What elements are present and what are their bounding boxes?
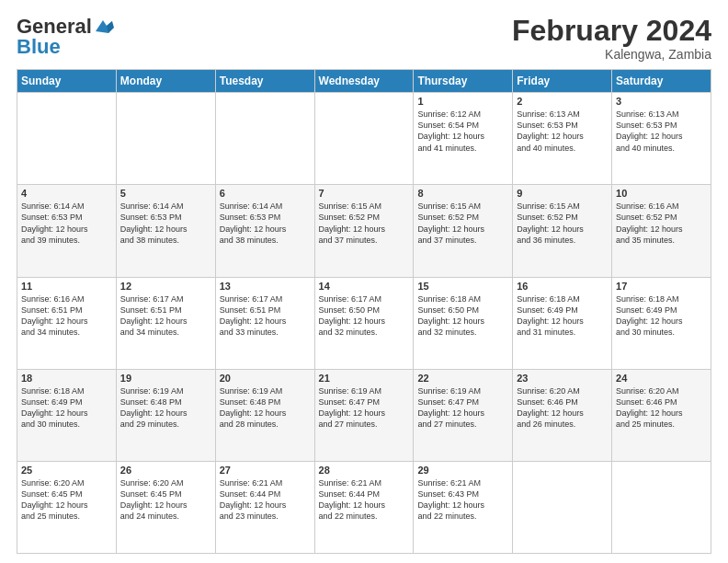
day-info: Sunrise: 6:14 AM Sunset: 6:53 PM Dayligh… bbox=[21, 201, 112, 246]
day-info: Sunrise: 6:20 AM Sunset: 6:45 PM Dayligh… bbox=[120, 477, 211, 523]
logo-blue: Blue bbox=[17, 35, 61, 59]
day-info: Sunrise: 6:20 AM Sunset: 6:46 PM Dayligh… bbox=[517, 385, 608, 431]
col-friday: Friday bbox=[513, 70, 612, 93]
day-info: Sunrise: 6:16 AM Sunset: 6:52 PM Dayligh… bbox=[616, 201, 707, 246]
table-row: 20Sunrise: 6:19 AM Sunset: 6:48 PM Dayli… bbox=[215, 369, 314, 461]
table-row: 4Sunrise: 6:14 AM Sunset: 6:53 PM Daylig… bbox=[17, 185, 117, 277]
day-info: Sunrise: 6:19 AM Sunset: 6:47 PM Dayligh… bbox=[417, 385, 508, 431]
table-row: 22Sunrise: 6:19 AM Sunset: 6:47 PM Dayli… bbox=[414, 369, 513, 461]
calendar-week-row: 4Sunrise: 6:14 AM Sunset: 6:53 PM Daylig… bbox=[17, 185, 711, 277]
table-row: 6Sunrise: 6:14 AM Sunset: 6:53 PM Daylig… bbox=[215, 185, 314, 277]
day-info: Sunrise: 6:15 AM Sunset: 6:52 PM Dayligh… bbox=[517, 201, 608, 246]
calendar-table: Sunday Monday Tuesday Wednesday Thursday… bbox=[17, 69, 711, 554]
day-number: 15 bbox=[417, 281, 508, 292]
table-row: 24Sunrise: 6:20 AM Sunset: 6:46 PM Dayli… bbox=[612, 369, 711, 461]
day-number: 17 bbox=[616, 281, 707, 292]
table-row: 21Sunrise: 6:19 AM Sunset: 6:47 PM Dayli… bbox=[314, 369, 414, 461]
day-info: Sunrise: 6:21 AM Sunset: 6:43 PM Dayligh… bbox=[417, 477, 508, 523]
day-number: 3 bbox=[616, 96, 707, 107]
table-row bbox=[612, 461, 711, 553]
day-info: Sunrise: 6:19 AM Sunset: 6:47 PM Dayligh… bbox=[319, 385, 410, 431]
day-number: 10 bbox=[616, 188, 707, 199]
day-number: 20 bbox=[220, 373, 311, 384]
day-info: Sunrise: 6:19 AM Sunset: 6:48 PM Dayligh… bbox=[120, 385, 211, 431]
day-number: 21 bbox=[319, 373, 410, 384]
day-info: Sunrise: 6:12 AM Sunset: 6:54 PM Dayligh… bbox=[417, 109, 508, 154]
day-info: Sunrise: 6:18 AM Sunset: 6:49 PM Dayligh… bbox=[21, 385, 112, 431]
table-row: 10Sunrise: 6:16 AM Sunset: 6:52 PM Dayli… bbox=[612, 185, 711, 277]
day-number: 16 bbox=[517, 281, 608, 292]
day-number: 7 bbox=[319, 188, 410, 199]
day-info: Sunrise: 6:21 AM Sunset: 6:44 PM Dayligh… bbox=[220, 477, 311, 523]
day-number: 1 bbox=[417, 96, 508, 107]
table-row: 29Sunrise: 6:21 AM Sunset: 6:43 PM Dayli… bbox=[414, 461, 513, 553]
table-row bbox=[17, 93, 117, 185]
day-number: 6 bbox=[220, 188, 311, 199]
table-row bbox=[215, 93, 314, 185]
table-row: 5Sunrise: 6:14 AM Sunset: 6:53 PM Daylig… bbox=[116, 185, 215, 277]
day-info: Sunrise: 6:18 AM Sunset: 6:50 PM Dayligh… bbox=[417, 293, 508, 339]
table-row: 23Sunrise: 6:20 AM Sunset: 6:46 PM Dayli… bbox=[513, 369, 612, 461]
day-info: Sunrise: 6:14 AM Sunset: 6:53 PM Dayligh… bbox=[120, 201, 211, 246]
calendar-week-row: 1Sunrise: 6:12 AM Sunset: 6:54 PM Daylig… bbox=[17, 93, 711, 185]
col-saturday: Saturday bbox=[612, 70, 711, 93]
table-row: 7Sunrise: 6:15 AM Sunset: 6:52 PM Daylig… bbox=[314, 185, 414, 277]
day-number: 27 bbox=[220, 465, 311, 476]
table-row: 2Sunrise: 6:13 AM Sunset: 6:53 PM Daylig… bbox=[513, 93, 612, 185]
table-row: 3Sunrise: 6:13 AM Sunset: 6:53 PM Daylig… bbox=[612, 93, 711, 185]
col-monday: Monday bbox=[116, 70, 215, 93]
day-info: Sunrise: 6:18 AM Sunset: 6:49 PM Dayligh… bbox=[517, 293, 608, 339]
table-row: 27Sunrise: 6:21 AM Sunset: 6:44 PM Dayli… bbox=[215, 461, 314, 553]
table-row: 18Sunrise: 6:18 AM Sunset: 6:49 PM Dayli… bbox=[17, 369, 117, 461]
day-info: Sunrise: 6:20 AM Sunset: 6:45 PM Dayligh… bbox=[21, 477, 112, 523]
calendar-week-row: 11Sunrise: 6:16 AM Sunset: 6:51 PM Dayli… bbox=[17, 277, 711, 369]
table-row: 9Sunrise: 6:15 AM Sunset: 6:52 PM Daylig… bbox=[513, 185, 612, 277]
day-info: Sunrise: 6:21 AM Sunset: 6:44 PM Dayligh… bbox=[319, 477, 410, 523]
day-number: 22 bbox=[417, 373, 508, 384]
day-number: 2 bbox=[517, 96, 608, 107]
day-number: 26 bbox=[120, 465, 211, 476]
day-info: Sunrise: 6:18 AM Sunset: 6:49 PM Dayligh… bbox=[616, 293, 707, 339]
day-info: Sunrise: 6:15 AM Sunset: 6:52 PM Dayligh… bbox=[417, 201, 508, 246]
day-info: Sunrise: 6:19 AM Sunset: 6:48 PM Dayligh… bbox=[220, 385, 311, 431]
logo-bird-icon bbox=[94, 18, 114, 35]
table-row bbox=[116, 93, 215, 185]
day-number: 8 bbox=[417, 188, 508, 199]
table-row: 26Sunrise: 6:20 AM Sunset: 6:45 PM Dayli… bbox=[116, 461, 215, 553]
day-number: 5 bbox=[120, 188, 211, 199]
col-sunday: Sunday bbox=[17, 70, 117, 93]
col-tuesday: Tuesday bbox=[215, 70, 314, 93]
table-row bbox=[314, 93, 414, 185]
day-info: Sunrise: 6:16 AM Sunset: 6:51 PM Dayligh… bbox=[21, 293, 112, 339]
table-row: 14Sunrise: 6:17 AM Sunset: 6:50 PM Dayli… bbox=[314, 277, 414, 369]
logo: General Blue bbox=[17, 15, 114, 59]
month-title: February 2024 bbox=[512, 15, 711, 47]
day-info: Sunrise: 6:17 AM Sunset: 6:51 PM Dayligh… bbox=[120, 293, 211, 339]
day-info: Sunrise: 6:20 AM Sunset: 6:46 PM Dayligh… bbox=[616, 385, 707, 431]
day-number: 9 bbox=[517, 188, 608, 199]
day-info: Sunrise: 6:15 AM Sunset: 6:52 PM Dayligh… bbox=[319, 201, 410, 246]
col-wednesday: Wednesday bbox=[314, 70, 414, 93]
table-row: 12Sunrise: 6:17 AM Sunset: 6:51 PM Dayli… bbox=[116, 277, 215, 369]
day-number: 18 bbox=[21, 373, 112, 384]
day-info: Sunrise: 6:17 AM Sunset: 6:50 PM Dayligh… bbox=[319, 293, 410, 339]
day-info: Sunrise: 6:13 AM Sunset: 6:53 PM Dayligh… bbox=[616, 109, 707, 154]
day-number: 25 bbox=[21, 465, 112, 476]
day-number: 24 bbox=[616, 373, 707, 384]
col-thursday: Thursday bbox=[414, 70, 513, 93]
day-number: 28 bbox=[319, 465, 410, 476]
table-row: 8Sunrise: 6:15 AM Sunset: 6:52 PM Daylig… bbox=[414, 185, 513, 277]
day-info: Sunrise: 6:14 AM Sunset: 6:53 PM Dayligh… bbox=[220, 201, 311, 246]
day-number: 12 bbox=[120, 281, 211, 292]
day-number: 4 bbox=[21, 188, 112, 199]
table-row: 11Sunrise: 6:16 AM Sunset: 6:51 PM Dayli… bbox=[17, 277, 117, 369]
day-info: Sunrise: 6:13 AM Sunset: 6:53 PM Dayligh… bbox=[517, 109, 608, 154]
day-info: Sunrise: 6:17 AM Sunset: 6:51 PM Dayligh… bbox=[220, 293, 311, 339]
table-row: 16Sunrise: 6:18 AM Sunset: 6:49 PM Dayli… bbox=[513, 277, 612, 369]
title-area: February 2024 Kalengwa, Zambia bbox=[512, 15, 711, 62]
table-row bbox=[513, 461, 612, 553]
calendar-week-row: 18Sunrise: 6:18 AM Sunset: 6:49 PM Dayli… bbox=[17, 369, 711, 461]
table-row: 19Sunrise: 6:19 AM Sunset: 6:48 PM Dayli… bbox=[116, 369, 215, 461]
location: Kalengwa, Zambia bbox=[512, 47, 711, 62]
table-row: 13Sunrise: 6:17 AM Sunset: 6:51 PM Dayli… bbox=[215, 277, 314, 369]
